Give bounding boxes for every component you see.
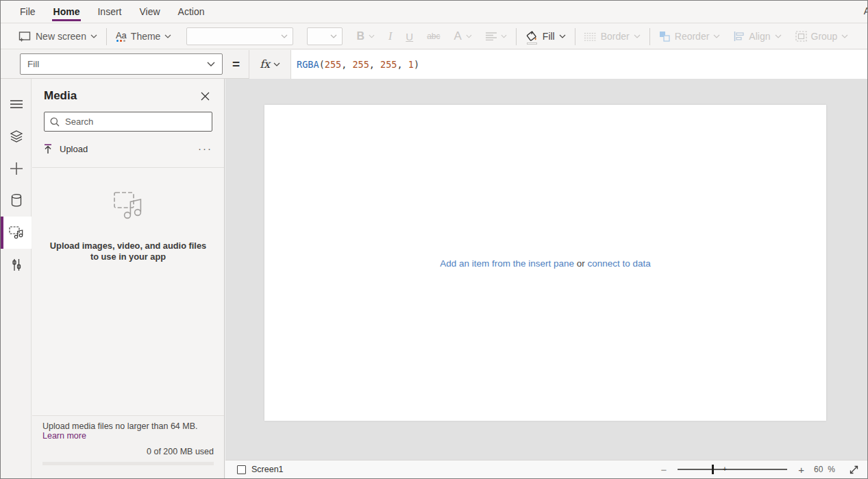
toolbar-divider — [516, 28, 517, 45]
app-body: Media Upload ··· — [1, 79, 867, 478]
chevron-down-icon — [559, 34, 566, 38]
align-label: Align — [749, 31, 770, 42]
upload-label: Upload — [60, 144, 88, 154]
property-select[interactable]: Fill — [20, 53, 223, 75]
rail-data-button[interactable] — [1, 184, 32, 217]
media-search-box[interactable] — [44, 112, 212, 132]
italic-icon: I — [388, 30, 392, 42]
strikethrough-icon: abc — [427, 32, 440, 41]
formula-separator: , — [369, 59, 380, 70]
chevron-down-icon — [369, 34, 375, 38]
left-rail — [1, 79, 32, 478]
zoom-slider[interactable]: + — [678, 465, 787, 474]
underline-button[interactable]: U — [399, 24, 420, 49]
rail-hamburger-button[interactable] — [1, 88, 32, 120]
new-screen-button[interactable]: New screen — [12, 24, 104, 49]
zoom-out-button[interactable]: − — [656, 465, 671, 475]
upload-button[interactable]: Upload ··· — [44, 138, 212, 159]
formula-function: RGBA — [297, 59, 319, 70]
storage-usage-text: 0 of 200 MB used — [42, 447, 214, 456]
rail-advanced-tools-button[interactable] — [1, 249, 32, 281]
font-color-button[interactable]: A — [447, 24, 479, 49]
theme-label: Theme — [131, 31, 161, 42]
rail-media-button[interactable] — [1, 217, 32, 249]
hamburger-icon — [10, 100, 23, 108]
advanced-tools-icon — [12, 258, 21, 271]
border-label: Border — [601, 31, 630, 42]
zoom-slider-thumb[interactable] — [712, 465, 714, 474]
theme-button[interactable]: Aa Theme — [109, 24, 178, 49]
font-family-select[interactable] — [186, 27, 293, 45]
menu-home[interactable]: Home — [45, 1, 89, 23]
formula-number: 255 — [380, 59, 397, 70]
menu-action[interactable]: Action — [169, 1, 214, 23]
formula-separator: , — [397, 59, 408, 70]
media-empty-text: Upload images, video, and audio files to… — [49, 241, 208, 262]
bold-button[interactable]: B — [349, 24, 382, 49]
menu-file[interactable]: File — [11, 1, 45, 23]
learn-more-link[interactable]: Learn more — [42, 431, 214, 441]
zoom-percent: 60% — [814, 465, 835, 474]
screen-artboard[interactable]: Add an item from the insert pane or conn… — [264, 105, 826, 421]
menu-bar: File Home Insert View Action A — [1, 1, 867, 23]
chevron-down-icon — [713, 34, 720, 38]
toolbar-divider — [649, 28, 650, 45]
more-options-button[interactable]: ··· — [198, 145, 212, 152]
italic-button[interactable]: I — [382, 24, 399, 49]
add-item-link[interactable]: Add an item from the insert pane — [440, 258, 574, 269]
canvas-area: Add an item from the insert pane or conn… — [225, 79, 867, 478]
database-icon — [11, 194, 22, 207]
chevron-down-icon — [634, 34, 641, 38]
toolbar-divider — [575, 28, 575, 45]
formula-paren: ( — [319, 59, 325, 70]
status-bar: Screen1 − + + 60% — [225, 460, 867, 478]
menu-view[interactable]: View — [130, 1, 169, 23]
formula-paren: ) — [414, 59, 419, 70]
chevron-down-icon — [281, 34, 288, 38]
storage-progress-bar — [42, 462, 214, 465]
chevron-down-icon — [273, 62, 280, 66]
media-panel: Media Upload ··· — [32, 79, 225, 478]
media-placeholder-icon — [110, 190, 146, 220]
menu-insert[interactable]: Insert — [88, 1, 130, 23]
link-separator-text: or — [574, 258, 588, 269]
rail-tree-view-button[interactable] — [1, 120, 32, 152]
chevron-down-icon — [841, 34, 848, 38]
property-select-value: Fill — [27, 59, 39, 69]
align-button[interactable]: Align — [727, 24, 788, 49]
chevron-down-icon — [775, 34, 782, 38]
fx-icon: fx — [260, 58, 270, 71]
font-color-icon: A — [454, 29, 462, 43]
formula-input[interactable]: RGBA(255, 255, 255, 1) — [291, 50, 867, 79]
equals-sign: = — [232, 57, 240, 72]
zoom-slider-track — [678, 469, 787, 470]
fill-label: Fill — [543, 31, 555, 42]
fx-button[interactable]: fx — [249, 50, 291, 79]
font-size-select[interactable] — [307, 27, 343, 45]
close-panel-button[interactable] — [197, 88, 212, 103]
border-button[interactable]: Border — [578, 24, 647, 49]
plus-icon — [10, 162, 23, 175]
formula-bar: Fill = fx RGBA(255, 255, 255, 1) — [1, 50, 867, 79]
group-button[interactable]: Group — [789, 24, 856, 49]
connect-to-data-link[interactable]: connect to data — [588, 258, 651, 269]
chevron-down-icon — [207, 62, 215, 66]
chevron-down-icon — [90, 34, 97, 38]
formula-number: 255 — [352, 59, 369, 70]
zoom-in-button[interactable]: + — [794, 465, 808, 475]
reorder-button[interactable]: Reorder — [652, 24, 728, 49]
media-icon — [9, 226, 24, 239]
theme-icon: Aa — [116, 32, 127, 42]
new-screen-label: New screen — [36, 31, 86, 42]
chevron-down-icon — [501, 34, 507, 38]
rail-insert-button[interactable] — [1, 152, 32, 184]
text-align-button[interactable] — [479, 24, 514, 49]
strikethrough-button[interactable]: abc — [420, 24, 447, 49]
fill-button[interactable]: Fill — [519, 24, 573, 49]
media-search-input[interactable] — [65, 116, 206, 127]
new-screen-icon — [18, 31, 32, 42]
fit-to-window-button[interactable] — [849, 465, 859, 475]
screen-selector[interactable]: Screen1 — [237, 465, 284, 474]
powerapps-studio-window: File Home Insert View Action A New scree… — [0, 0, 868, 479]
media-panel-footer: Upload media files no larger than 64 MB.… — [32, 415, 224, 478]
